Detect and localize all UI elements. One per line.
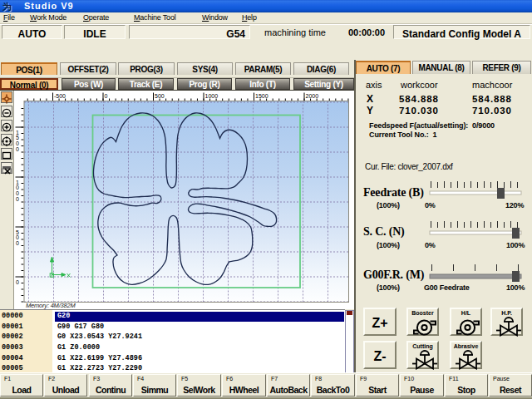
- svg-text:-500: -500: [54, 93, 66, 99]
- svg-text:2000: 2000: [306, 93, 319, 99]
- svg-text:0: 0: [105, 93, 108, 99]
- svg-text:0: 0: [16, 196, 19, 202]
- svg-text:500: 500: [155, 93, 165, 99]
- svg-text:1000: 1000: [205, 93, 219, 99]
- svg-text:0: 0: [16, 146, 19, 152]
- svg-text:0: 0: [16, 279, 19, 285]
- svg-text:0: 0: [16, 240, 19, 246]
- svg-text:1500: 1500: [255, 93, 268, 99]
